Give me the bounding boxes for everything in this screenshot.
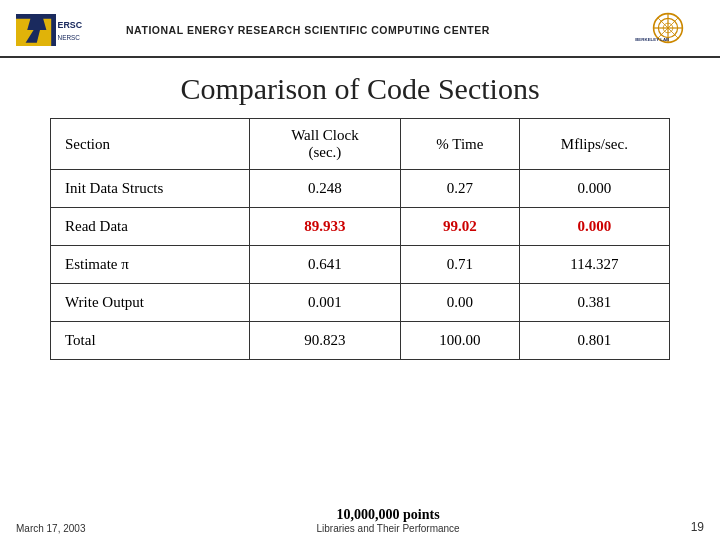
cell-pcttime: 0.27 [400, 170, 519, 208]
cell-mflips: 0.801 [519, 322, 669, 360]
footer-points: 10,000,000 points [86, 507, 691, 523]
cell-mflips: 0.381 [519, 284, 669, 322]
svg-text:BERKELEY LAB: BERKELEY LAB [635, 37, 669, 42]
col-header-wallclock: Wall Clock(sec.) [250, 119, 401, 170]
cell-pcttime: 100.00 [400, 322, 519, 360]
cell-section: Total [51, 322, 250, 360]
footer-page-number: 19 [691, 520, 704, 534]
table-row: Read Data89.93399.020.000 [51, 208, 670, 246]
cell-wallclock: 90.823 [250, 322, 401, 360]
cell-section: Write Output [51, 284, 250, 322]
footer: March 17, 2003 10,000,000 points Librari… [0, 492, 720, 540]
col-header-wallclock-sub: (sec.) [308, 144, 341, 160]
lbnl-logo: BERKELEY LAB [632, 10, 704, 46]
cell-pcttime: 0.00 [400, 284, 519, 322]
table-container: Section Wall Clock(sec.) % Time Mflips/s… [0, 118, 720, 360]
lbnl-logo-area: BERKELEY LAB [632, 10, 704, 50]
col-header-mflips: Mflips/sec. [519, 119, 669, 170]
cell-wallclock: 0.248 [250, 170, 401, 208]
nersc-logo: ERSC NERSC [16, 12, 88, 48]
footer-date: March 17, 2003 [16, 523, 86, 534]
table-row: Total90.823100.000.801 [51, 322, 670, 360]
comparison-table: Section Wall Clock(sec.) % Time Mflips/s… [50, 118, 670, 360]
cell-mflips: 114.327 [519, 246, 669, 284]
nersc-logo-area: ERSC NERSC [16, 12, 126, 48]
cell-section: Read Data [51, 208, 250, 246]
cell-pcttime: 0.71 [400, 246, 519, 284]
footer-center: 10,000,000 points Libraries and Their Pe… [86, 507, 691, 534]
cell-wallclock: 0.001 [250, 284, 401, 322]
cell-section: Init Data Structs [51, 170, 250, 208]
table-row: Write Output0.0010.000.381 [51, 284, 670, 322]
table-row: Estimate π0.6410.71114.327 [51, 246, 670, 284]
cell-section: Estimate π [51, 246, 250, 284]
svg-text:NERSC: NERSC [58, 34, 81, 41]
header: ERSC NERSC National Energy Research Scie… [0, 0, 720, 58]
cell-wallclock: 89.933 [250, 208, 401, 246]
cell-wallclock: 0.641 [250, 246, 401, 284]
table-row: Init Data Structs0.2480.270.000 [51, 170, 670, 208]
cell-mflips: 0.000 [519, 208, 669, 246]
svg-text:ERSC: ERSC [58, 20, 83, 30]
footer-subtitle: Libraries and Their Performance [86, 523, 691, 534]
col-header-pcttime: % Time [400, 119, 519, 170]
col-header-section: Section [51, 119, 250, 170]
header-org-name: National Energy Research Scientific Comp… [126, 23, 632, 38]
cell-mflips: 0.000 [519, 170, 669, 208]
page-title: Comparison of Code Sections [0, 58, 720, 118]
table-header-row: Section Wall Clock(sec.) % Time Mflips/s… [51, 119, 670, 170]
cell-pcttime: 99.02 [400, 208, 519, 246]
